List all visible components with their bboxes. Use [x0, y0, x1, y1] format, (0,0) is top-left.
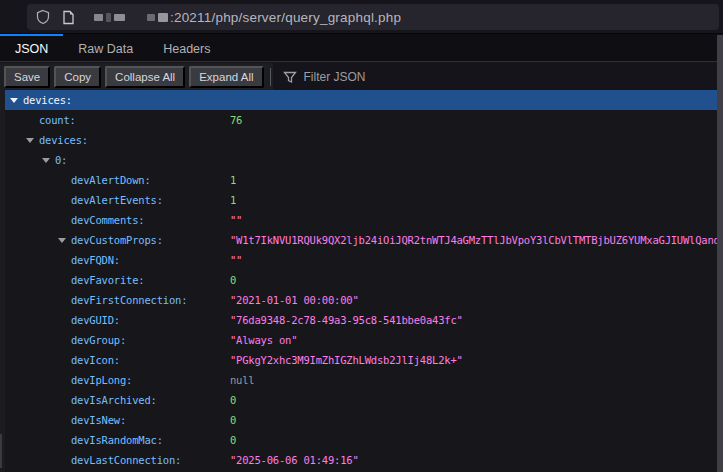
property-key: devices: [39, 130, 88, 150]
tree-row[interactable]: devGroup:"Always on" [0, 330, 717, 350]
property-key: devices: [23, 90, 72, 110]
tree-row[interactable]: devCustomProps:"W1t7IkNVU1RQUk9QX2ljb24i… [0, 230, 717, 250]
tree-row[interactable]: devIsRandomMac:0 [0, 430, 717, 450]
property-value: 1 [230, 170, 236, 190]
left-edge-strip [0, 90, 5, 472]
redacted-host-pixels [94, 11, 168, 23]
property-key: devAlertDown: [71, 170, 151, 190]
expand-all-button[interactable]: Expand All [189, 66, 263, 88]
property-value: 0 [230, 410, 236, 430]
page-icon[interactable] [61, 10, 76, 25]
json-tree: devices:count:76devices:0:devAlertDown:1… [0, 90, 717, 472]
property-key: devFavorite: [71, 270, 144, 290]
property-value: "2025-06-06 01:49:16" [230, 450, 359, 470]
twisty-collapse-icon[interactable] [42, 158, 50, 163]
property-value: "76da9348-2c78-49a3-95c8-541bbe0a43fc" [230, 310, 463, 330]
property-key: devIcon: [71, 350, 120, 370]
property-value: "Always on" [230, 330, 297, 350]
property-key: devIsRandomMac: [71, 430, 163, 450]
tree-row[interactable]: devIpLong:null [0, 370, 717, 390]
copy-button[interactable]: Copy [54, 66, 101, 88]
property-key: count: [39, 110, 76, 130]
property-value: "PGkgY2xhc3M9ImZhIGZhLWdsb2JlIj48L2k+" [230, 350, 463, 370]
property-key: devFQDN: [71, 250, 120, 270]
tree-row[interactable]: devFirstConnection:"2021-01-01 00:00:00" [0, 290, 717, 310]
property-key: devIpLong: [71, 370, 132, 390]
tree-row[interactable]: devGUID:"76da9348-2c78-49a3-95c8-541bbe0… [0, 310, 717, 330]
property-value: "W1t7IkNVU1RQUk9QX2ljb24iOiJQR2tnWTJ4aGM… [230, 230, 717, 250]
twisty-collapse-icon[interactable] [58, 238, 66, 243]
property-key: devIsArchived: [71, 390, 157, 410]
tree-row[interactable]: devFavorite:0 [0, 270, 717, 290]
twisty-collapse-icon[interactable] [10, 98, 18, 103]
filter-box[interactable] [273, 63, 723, 90]
viewer-tab-bar: JSON Raw Data Headers [0, 33, 723, 62]
tree-row[interactable]: devIcon:"PGkgY2xhc3M9ImZhIGZhLWdsb2JlIj4… [0, 350, 717, 370]
shield-icon[interactable] [35, 9, 51, 25]
property-key: devLastConnection: [71, 450, 181, 470]
property-key: devComments: [71, 210, 144, 230]
browser-chrome: :20211/php/server/query_graphql.php [0, 0, 723, 33]
property-key: devCustomProps: [71, 230, 163, 250]
toolbar-divider [270, 68, 271, 86]
url-path-text: :20211/php/server/query_graphql.php [170, 10, 401, 25]
vertical-scrollbar[interactable] [717, 35, 723, 472]
tree-row[interactable]: devIsNew:0 [0, 410, 717, 430]
tree-row[interactable]: devIsArchived:0 [0, 390, 717, 410]
property-value: 1 [230, 190, 236, 210]
property-value: 76 [230, 110, 242, 130]
filter-json-input[interactable] [304, 70, 723, 84]
property-value: "2021-01-01 00:00:00" [230, 290, 359, 310]
property-value: 0 [230, 390, 236, 410]
url-bar[interactable]: :20211/php/server/query_graphql.php [27, 4, 719, 30]
tab-headers[interactable]: Headers [148, 34, 225, 61]
tree-row[interactable]: devices: [0, 130, 717, 150]
filter-funnel-icon [283, 70, 297, 84]
property-key: devGroup: [71, 330, 126, 350]
tree-row[interactable]: devAlertEvents:1 [0, 190, 717, 210]
property-key: devAlertEvents: [71, 190, 163, 210]
tree-row[interactable]: devComments:"" [0, 210, 717, 230]
tree-row[interactable]: devices: [0, 90, 717, 110]
property-key: 0: [55, 150, 67, 170]
json-toolbar: Save Copy Collapse All Expand All [0, 63, 723, 90]
property-value: "" [230, 210, 242, 230]
twisty-collapse-icon[interactable] [26, 138, 34, 143]
tree-row[interactable]: devAlertDown:1 [0, 170, 717, 190]
tree-row[interactable]: devLastConnection:"2025-06-06 01:49:16" [0, 450, 717, 470]
collapse-all-button[interactable]: Collapse All [105, 66, 185, 88]
property-key: devIsNew: [71, 410, 126, 430]
tree-row[interactable]: count:76 [0, 110, 717, 130]
tab-json[interactable]: JSON [0, 34, 63, 61]
save-button[interactable]: Save [4, 66, 50, 88]
tree-row[interactable]: devFQDN:"" [0, 250, 717, 270]
property-key: devGUID: [71, 310, 120, 330]
property-value: 0 [230, 430, 236, 450]
property-value: "" [230, 250, 242, 270]
property-key: devFirstConnection: [71, 290, 187, 310]
property-value: null [230, 370, 255, 390]
tree-row[interactable]: 0: [0, 150, 717, 170]
tab-raw-data[interactable]: Raw Data [63, 34, 148, 61]
property-value: 0 [230, 270, 236, 290]
